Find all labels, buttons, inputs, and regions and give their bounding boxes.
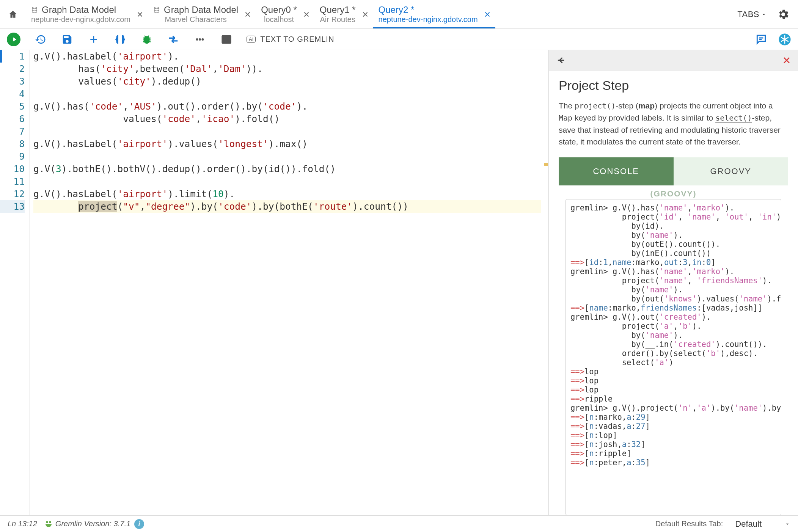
groovy-label: (GROOVY) bbox=[559, 185, 788, 199]
braces-button[interactable] bbox=[114, 33, 127, 46]
svg-rect-5 bbox=[222, 36, 231, 43]
svg-point-2 bbox=[196, 38, 198, 41]
save-button[interactable] bbox=[61, 33, 74, 46]
panel-title: Project Step bbox=[559, 78, 788, 93]
svg-point-9 bbox=[47, 522, 47, 523]
line-gutter: 12345678910111213 bbox=[0, 50, 30, 515]
caret-down-icon bbox=[761, 11, 767, 17]
results-tab-select[interactable]: Default bbox=[735, 519, 790, 529]
panel-description: The project()-step (map) projects the cu… bbox=[559, 100, 788, 148]
editor-toolbar: AI TEXT TO GREMLIN bbox=[0, 29, 798, 50]
compare-button[interactable] bbox=[167, 33, 180, 46]
gear-icon[interactable] bbox=[777, 8, 790, 21]
terminal-button[interactable] bbox=[220, 33, 233, 46]
svg-point-3 bbox=[199, 38, 201, 41]
history-button[interactable] bbox=[34, 33, 47, 46]
close-icon[interactable] bbox=[361, 10, 369, 19]
add-button[interactable] bbox=[87, 33, 100, 46]
caret-down-icon bbox=[784, 521, 790, 527]
tab-1[interactable]: Graph Data ModelMarvel Characters bbox=[148, 0, 256, 28]
tab-4[interactable]: Query2 *neptune-dev-nginx.gdotv.com bbox=[373, 0, 495, 28]
panel-tabs: CONSOLE GROOVY bbox=[559, 157, 788, 185]
comments-button[interactable] bbox=[755, 33, 768, 46]
more-button[interactable] bbox=[193, 33, 206, 46]
tab-3[interactable]: Query1 *Air Routes bbox=[314, 0, 373, 28]
close-icon[interactable] bbox=[243, 10, 252, 19]
svg-point-4 bbox=[202, 38, 204, 41]
main-area: 12345678910111213 g.V().hasLabel('airpor… bbox=[0, 50, 798, 515]
help-panel: Project Step The project()-step (map) pr… bbox=[548, 50, 798, 515]
run-button[interactable] bbox=[7, 33, 20, 46]
database-icon bbox=[31, 6, 38, 13]
tab-groovy[interactable]: GROOVY bbox=[674, 157, 789, 185]
code-sample: gremlin> g.V().has('name','marko'). proj… bbox=[566, 199, 781, 515]
results-tab-label: Default Results Tab: bbox=[655, 519, 723, 528]
info-icon[interactable]: i bbox=[134, 519, 144, 529]
ai-badge-icon: AI bbox=[247, 36, 256, 43]
svg-point-0 bbox=[32, 7, 37, 9]
tab-bar: Graph Data Modelneptune-dev-nginx.gdotv.… bbox=[0, 0, 798, 29]
close-icon[interactable] bbox=[136, 10, 144, 19]
tabs-menu-button[interactable]: TABS bbox=[737, 9, 767, 19]
svg-point-10 bbox=[50, 522, 50, 523]
minimap[interactable] bbox=[541, 50, 548, 515]
code-editor[interactable]: 12345678910111213 g.V().hasLabel('airpor… bbox=[0, 50, 548, 515]
code-content[interactable]: g.V().hasLabel('airport'). has('city',be… bbox=[30, 50, 541, 515]
back-icon[interactable] bbox=[556, 55, 566, 66]
status-bar: Ln 13:12 Gremlin Version: 3.7.1 i Defaul… bbox=[0, 515, 798, 532]
home-icon[interactable] bbox=[8, 9, 18, 19]
close-icon[interactable] bbox=[782, 56, 791, 65]
debug-button[interactable] bbox=[140, 33, 153, 46]
close-icon[interactable] bbox=[302, 10, 311, 19]
tab-console[interactable]: CONSOLE bbox=[559, 157, 674, 185]
tab-2[interactable]: Query0 *localhost bbox=[256, 0, 314, 28]
text-to-gremlin-button[interactable]: AI TEXT TO GREMLIN bbox=[247, 35, 334, 44]
snowflake-button[interactable] bbox=[778, 33, 791, 46]
database-icon bbox=[153, 6, 160, 13]
gremlin-version: Gremlin Version: 3.7.1 bbox=[55, 519, 130, 528]
close-icon[interactable] bbox=[483, 10, 492, 19]
svg-point-1 bbox=[154, 7, 159, 9]
cursor-position: Ln 13:12 bbox=[8, 519, 37, 528]
gremlin-icon bbox=[44, 519, 53, 529]
tab-0[interactable]: Graph Data Modelneptune-dev-nginx.gdotv.… bbox=[26, 0, 148, 28]
